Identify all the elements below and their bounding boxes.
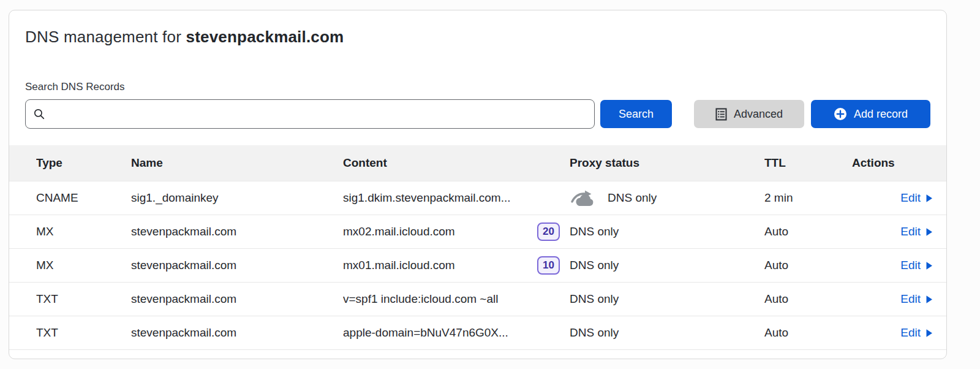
right-triangle-icon bbox=[925, 295, 933, 304]
column-header-proxy-status: Proxy status bbox=[570, 156, 764, 170]
add-record-button-label: Add record bbox=[854, 108, 908, 121]
add-record-button[interactable]: Add record bbox=[811, 100, 930, 128]
table-row: MX stevenpackmail.com mx01.mail.icloud.c… bbox=[9, 249, 946, 283]
proxy-status-label: DNS only bbox=[608, 191, 657, 205]
search-input[interactable] bbox=[51, 100, 587, 128]
edit-link[interactable]: Edit bbox=[900, 225, 933, 238]
record-content-value: v=spf1 include:icloud.com ~all bbox=[343, 292, 498, 306]
table-body: CNAME sig1._domainkey sig1.dkim.stevenpa… bbox=[9, 181, 946, 350]
actions-cell: Edit bbox=[852, 326, 933, 340]
ttl-cell: Auto bbox=[764, 292, 852, 306]
record-content-cell: mx02.mail.icloud.com 20 bbox=[343, 223, 570, 241]
ttl-cell: 2 min bbox=[764, 191, 852, 205]
table-row: MX stevenpackmail.com mx02.mail.icloud.c… bbox=[9, 215, 946, 249]
search-toolbar: Search Advanced Add record bbox=[9, 99, 946, 129]
right-triangle-icon bbox=[925, 329, 933, 338]
proxy-status-cell: DNS only bbox=[570, 225, 764, 238]
column-header-actions: Actions bbox=[852, 156, 933, 170]
actions-cell: Edit bbox=[852, 225, 933, 238]
edit-link-label: Edit bbox=[900, 326, 921, 340]
search-label: Search DNS Records bbox=[9, 81, 946, 93]
proxy-status-cell: DNS only bbox=[570, 326, 764, 340]
proxy-status-cell: DNS only bbox=[570, 189, 764, 207]
right-triangle-icon bbox=[925, 261, 933, 270]
dns-management-card: DNS management for stevenpackmail.com Se… bbox=[9, 10, 947, 359]
right-triangle-icon bbox=[925, 194, 933, 203]
list-document-icon bbox=[715, 108, 727, 121]
proxy-status-label: DNS only bbox=[570, 225, 619, 238]
page-title: DNS management for stevenpackmail.com bbox=[9, 10, 946, 47]
actions-cell: Edit bbox=[852, 191, 933, 205]
column-header-type: Type bbox=[36, 156, 131, 170]
actions-cell: Edit bbox=[852, 259, 933, 272]
plus-circle-icon bbox=[834, 107, 847, 121]
record-content-cell: mx01.mail.icloud.com 10 bbox=[343, 256, 570, 275]
edit-link[interactable]: Edit bbox=[900, 191, 933, 205]
ttl-cell: Auto bbox=[764, 326, 852, 340]
record-content-cell: sig1.dkim.stevenpackmail.com... bbox=[343, 191, 570, 205]
page-title-domain: stevenpackmail.com bbox=[186, 28, 344, 46]
search-icon bbox=[33, 108, 45, 120]
dns-records-table: Type Name Content Proxy status TTL Actio… bbox=[9, 145, 946, 350]
proxy-status-cell: DNS only bbox=[570, 292, 764, 306]
edit-link-label: Edit bbox=[900, 225, 921, 238]
record-name-cell: sig1._domainkey bbox=[131, 191, 343, 205]
record-type-cell: TXT bbox=[36, 292, 131, 306]
column-header-name: Name bbox=[131, 156, 343, 170]
record-type-cell: MX bbox=[36, 259, 131, 272]
record-content-cell: apple-domain=bNuV47n6G0X... bbox=[343, 326, 570, 340]
record-content-value: mx02.mail.icloud.com bbox=[343, 225, 455, 238]
edit-link-label: Edit bbox=[900, 292, 921, 306]
edit-link[interactable]: Edit bbox=[900, 259, 933, 272]
column-header-ttl: TTL bbox=[764, 156, 852, 170]
table-header-row: Type Name Content Proxy status TTL Actio… bbox=[9, 145, 946, 181]
ttl-cell: Auto bbox=[764, 259, 852, 272]
record-content-value: mx01.mail.icloud.com bbox=[343, 259, 455, 272]
right-triangle-icon bbox=[925, 227, 933, 237]
proxy-status-cell: DNS only bbox=[570, 259, 764, 272]
actions-cell: Edit bbox=[852, 292, 933, 306]
priority-badge: 10 bbox=[537, 256, 560, 275]
column-header-content: Content bbox=[343, 156, 570, 170]
proxy-status-label: DNS only bbox=[570, 292, 619, 306]
table-row: CNAME sig1._domainkey sig1.dkim.stevenpa… bbox=[9, 181, 946, 215]
record-name-cell: stevenpackmail.com bbox=[131, 259, 343, 272]
edit-link-label: Edit bbox=[900, 259, 921, 272]
proxy-status-label: DNS only bbox=[570, 326, 619, 340]
edit-link[interactable]: Edit bbox=[900, 326, 933, 340]
record-name-cell: stevenpackmail.com bbox=[131, 292, 343, 306]
record-type-cell: TXT bbox=[36, 326, 131, 340]
table-row: TXT stevenpackmail.com apple-domain=bNuV… bbox=[9, 316, 946, 350]
record-content-value: apple-domain=bNuV47n6G0X... bbox=[343, 326, 508, 340]
page-title-prefix: DNS management for bbox=[25, 28, 181, 46]
search-box[interactable] bbox=[25, 99, 595, 129]
proxy-status-label: DNS only bbox=[570, 259, 619, 272]
gray-cloud-arrow-icon bbox=[570, 189, 597, 207]
record-type-cell: CNAME bbox=[36, 191, 131, 205]
record-name-cell: stevenpackmail.com bbox=[131, 225, 343, 238]
record-content-value: sig1.dkim.stevenpackmail.com... bbox=[343, 191, 511, 205]
table-row: TXT stevenpackmail.com v=spf1 include:ic… bbox=[9, 283, 946, 316]
edit-link-label: Edit bbox=[900, 191, 921, 205]
advanced-button[interactable]: Advanced bbox=[694, 100, 804, 128]
record-content-cell: v=spf1 include:icloud.com ~all bbox=[343, 292, 570, 306]
priority-badge: 20 bbox=[537, 223, 560, 241]
search-button[interactable]: Search bbox=[600, 100, 672, 128]
advanced-button-label: Advanced bbox=[734, 108, 783, 121]
ttl-cell: Auto bbox=[764, 225, 852, 238]
edit-link[interactable]: Edit bbox=[900, 292, 933, 306]
record-name-cell: stevenpackmail.com bbox=[131, 326, 343, 340]
record-type-cell: MX bbox=[36, 225, 131, 238]
